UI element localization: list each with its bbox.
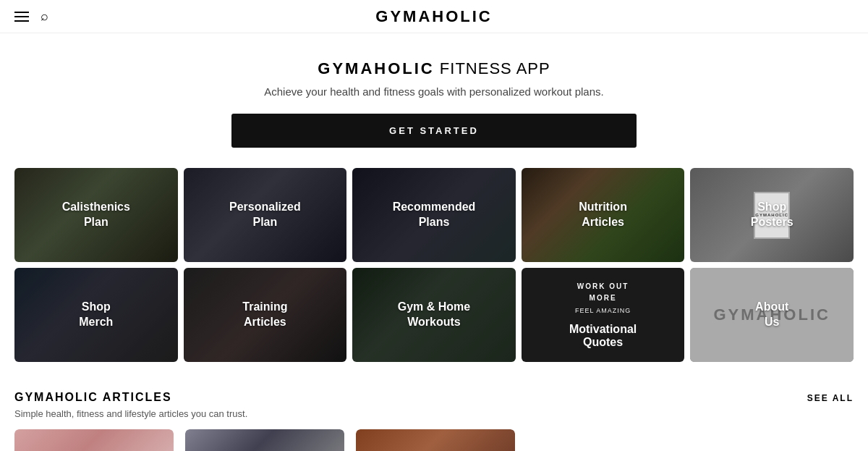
grid-item-calisthenics[interactable]: CalisthenicsPlan (14, 168, 178, 262)
grid-item-label: TrainingArticles (184, 268, 347, 362)
hero-subtitle: Achieve your health and fitness goals wi… (14, 85, 854, 98)
article-thumbnail-2 (185, 429, 344, 451)
motivational-text: WORK OUTMORE FEEL AMAZING MotivationalQu… (522, 268, 685, 362)
feature-grid: CalisthenicsPlan PersonalizedPlan Recomm… (14, 168, 854, 362)
articles-header: GYMAHOLIC ARTICLES SEE ALL (14, 391, 854, 404)
search-icon[interactable]: ⌕ (41, 9, 48, 24)
articles-section: GYMAHOLIC ARTICLES SEE ALL Simple health… (0, 384, 868, 451)
article-card-1[interactable] (14, 429, 174, 451)
feature-grid-section: CalisthenicsPlan PersonalizedPlan Recomm… (0, 168, 868, 384)
site-logo: GYMAHOLIC (375, 7, 492, 26)
grid-item-nutrition[interactable]: NutritionArticles (522, 168, 685, 262)
motivational-top: WORK OUTMORE (577, 281, 629, 304)
motivational-bottom: FEEL AMAZING (575, 307, 631, 314)
grid-item-about[interactable]: GYMAHOLIC AboutUs (690, 268, 854, 362)
hero-title-suffix: FITNESS APP (435, 59, 550, 77)
grid-item-merch[interactable]: ShopMerch (14, 268, 178, 362)
article-thumbnail-3 (356, 429, 515, 451)
grid-item-label: CalisthenicsPlan (14, 168, 178, 262)
header-left-icons: ⌕ (14, 9, 48, 24)
motivational-label: MotivationalQuotes (569, 323, 637, 349)
grid-item-posters[interactable]: GYMAHOLIC ShopPosters (690, 168, 854, 262)
grid-item-label: ShopPosters (690, 168, 854, 262)
header: ⌕ GYMAHOLIC (0, 0, 868, 33)
hero-title: GYMAHOLIC FITNESS APP (14, 59, 854, 78)
get-started-button[interactable]: GET STARTED (231, 114, 637, 148)
hero-brand: GYMAHOLIC (318, 59, 434, 77)
article-card-3[interactable] (356, 429, 515, 451)
articles-subtitle: Simple health, fitness and lifestyle art… (14, 408, 854, 419)
grid-item-gym[interactable]: Gym & HomeWorkouts (352, 268, 516, 362)
article-thumbnail-1 (14, 429, 174, 451)
grid-item-recommended[interactable]: RecommendedPlans (352, 168, 516, 262)
grid-item-personalized[interactable]: PersonalizedPlan (184, 168, 347, 262)
grid-item-label: PersonalizedPlan (184, 168, 347, 262)
grid-item-label: NutritionArticles (522, 168, 685, 262)
hero-section: GYMAHOLIC FITNESS APP Achieve your healt… (0, 33, 868, 168)
article-card-2[interactable] (185, 429, 344, 451)
articles-grid (14, 429, 854, 451)
grid-item-label: RecommendedPlans (352, 168, 516, 262)
grid-item-training[interactable]: TrainingArticles (184, 268, 347, 362)
articles-title: GYMAHOLIC ARTICLES (14, 391, 172, 404)
grid-item-label: ShopMerch (14, 268, 178, 362)
grid-item-label: AboutUs (690, 268, 854, 362)
menu-icon[interactable] (14, 12, 29, 22)
grid-item-motivational[interactable]: WORK OUTMORE FEEL AMAZING MotivationalQu… (522, 268, 685, 362)
see-all-button[interactable]: SEE ALL (807, 393, 854, 403)
grid-item-label: Gym & HomeWorkouts (352, 268, 516, 362)
